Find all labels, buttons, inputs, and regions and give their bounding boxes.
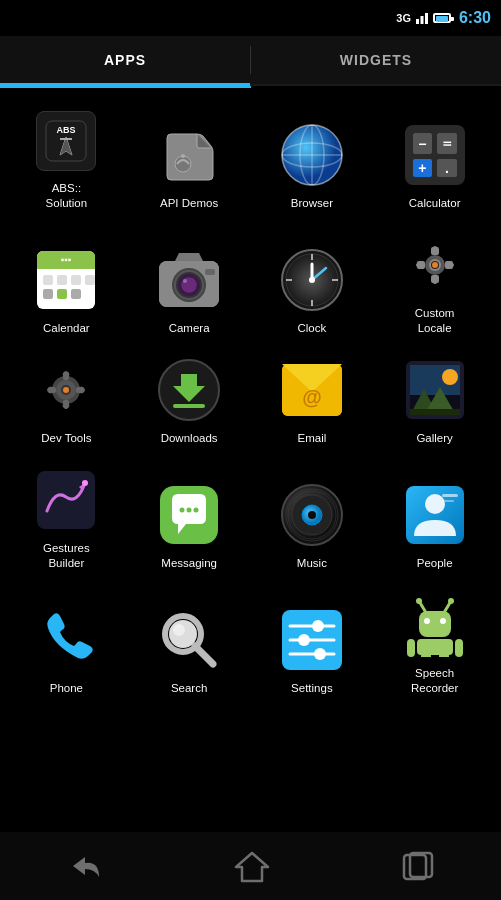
- svg-rect-97: [442, 494, 458, 497]
- app-api-demos[interactable]: API Demos: [128, 98, 251, 223]
- speech-recorder-icon: [403, 593, 467, 657]
- recents-button[interactable]: [400, 851, 436, 881]
- settings-label: Settings: [291, 681, 333, 696]
- camera-label: Camera: [169, 321, 210, 336]
- svg-point-78: [442, 369, 458, 385]
- svg-rect-117: [417, 639, 453, 655]
- downloads-label: Downloads: [161, 431, 218, 446]
- search-label: Search: [171, 681, 207, 696]
- clock-display: 6:30: [459, 9, 491, 27]
- svg-point-112: [416, 598, 422, 604]
- gallery-label: Gallery: [416, 431, 452, 446]
- svg-rect-123: [410, 853, 432, 877]
- svg-point-86: [180, 508, 185, 513]
- app-abs-solution[interactable]: ABS ABS::Solution: [5, 98, 128, 223]
- app-people[interactable]: People: [373, 458, 496, 583]
- svg-rect-25: [71, 289, 81, 299]
- svg-rect-22: [71, 275, 81, 285]
- app-grid: ABS ABS::Solution API Demos: [0, 88, 501, 718]
- app-dev-tools[interactable]: Dev Tools: [5, 348, 128, 458]
- tab-widgets[interactable]: WIDGETS: [251, 36, 501, 84]
- messaging-icon: [158, 484, 220, 546]
- app-gallery[interactable]: Gallery: [373, 348, 496, 458]
- abs-solution-icon: ABS: [36, 111, 96, 171]
- people-icon: [404, 484, 466, 546]
- svg-point-33: [183, 279, 187, 283]
- downloads-icon: [157, 358, 221, 422]
- svg-rect-23: [43, 289, 53, 299]
- svg-rect-70: [173, 404, 205, 408]
- app-camera[interactable]: Camera: [128, 223, 251, 348]
- svg-point-88: [194, 508, 199, 513]
- gestures-builder-icon: [35, 469, 97, 531]
- search-icon: [157, 608, 221, 672]
- svg-rect-118: [407, 639, 415, 657]
- api-demos-icon: [159, 126, 219, 184]
- svg-rect-2: [425, 13, 428, 24]
- gestures-builder-label: GesturesBuilder: [43, 541, 90, 571]
- app-email[interactable]: @ Email: [251, 348, 374, 458]
- svg-point-87: [187, 508, 192, 513]
- svg-point-109: [314, 648, 326, 660]
- app-clock[interactable]: Clock: [251, 223, 374, 348]
- app-speech-recorder[interactable]: SpeechRecorder: [373, 583, 496, 708]
- back-button[interactable]: [65, 851, 105, 881]
- svg-rect-122: [404, 855, 426, 879]
- app-downloads[interactable]: Downloads: [128, 348, 251, 458]
- app-settings[interactable]: Settings: [251, 583, 374, 708]
- svg-point-115: [424, 618, 430, 624]
- svg-line-102: [195, 646, 213, 664]
- email-label: Email: [297, 431, 326, 446]
- svg-rect-119: [455, 639, 463, 657]
- people-label: People: [417, 556, 453, 571]
- app-messaging[interactable]: Messaging: [128, 458, 251, 583]
- svg-rect-26: [85, 275, 95, 285]
- calendar-label: Calendar: [43, 321, 90, 336]
- calendar-icon: ▪▪▪: [35, 249, 97, 311]
- app-search[interactable]: Search: [128, 583, 251, 708]
- svg-point-107: [298, 634, 310, 646]
- svg-point-114: [448, 598, 454, 604]
- svg-rect-1: [420, 16, 423, 24]
- svg-point-116: [440, 618, 446, 624]
- clock-label: Clock: [297, 321, 326, 336]
- browser-label: Browser: [291, 196, 333, 211]
- app-gestures-builder[interactable]: GesturesBuilder: [5, 458, 128, 583]
- svg-text:@: @: [302, 386, 322, 408]
- svg-point-43: [309, 277, 315, 283]
- signal-indicator: 3G: [396, 12, 411, 24]
- settings-icon: [280, 608, 344, 672]
- clock-icon: [280, 248, 344, 312]
- phone-label: Phone: [50, 681, 83, 696]
- app-browser[interactable]: Browser: [251, 98, 374, 223]
- abs-solution-label: ABS::Solution: [46, 181, 88, 211]
- nav-bar: [0, 832, 501, 900]
- battery-icon: [433, 13, 451, 23]
- svg-point-84: [82, 480, 88, 486]
- gallery-icon: [404, 359, 466, 421]
- status-bar: 3G 6:30: [0, 0, 501, 36]
- app-custom-locale[interactable]: CustomLocale: [373, 223, 496, 348]
- custom-locale-icon: [403, 233, 467, 297]
- dev-tools-icon: [34, 358, 98, 422]
- svg-rect-34: [205, 269, 215, 275]
- svg-rect-81: [410, 409, 460, 415]
- camera-icon: [157, 251, 221, 309]
- calculator-icon: − ＝ + .: [405, 125, 465, 185]
- app-music[interactable]: Music: [251, 458, 374, 583]
- home-button[interactable]: [234, 849, 270, 883]
- app-calculator[interactable]: − ＝ + . Calculator: [373, 98, 496, 223]
- custom-locale-label: CustomLocale: [415, 306, 455, 336]
- svg-point-105: [312, 620, 324, 632]
- svg-rect-121: [439, 653, 449, 657]
- app-calendar[interactable]: ▪▪▪ Calendar: [5, 223, 128, 348]
- svg-point-101: [173, 624, 185, 636]
- svg-text:▪▪▪: ▪▪▪: [61, 254, 72, 265]
- svg-point-96: [425, 494, 445, 514]
- svg-rect-120: [421, 653, 431, 657]
- signal-bars-icon: [415, 11, 429, 25]
- svg-point-32: [181, 277, 197, 293]
- app-phone[interactable]: Phone: [5, 583, 128, 708]
- tab-apps[interactable]: APPS: [0, 36, 250, 84]
- email-icon: @: [280, 362, 344, 418]
